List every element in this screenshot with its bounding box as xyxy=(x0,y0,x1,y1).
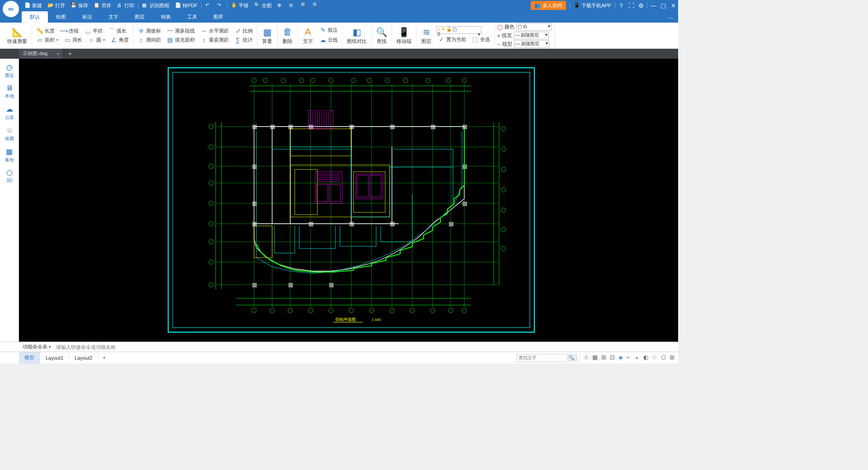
lineweight-selector[interactable]: — 跟随图层▾ xyxy=(514,32,549,39)
zoomwin-button[interactable]: 🔍 xyxy=(298,0,310,11)
saveas-button[interactable]: 📋另存 xyxy=(91,0,114,11)
zoomin-button[interactable]: ⊕ xyxy=(274,0,286,11)
osnap-toggle[interactable]: ◈ xyxy=(618,354,623,362)
svg-point-37 xyxy=(209,164,213,169)
sidebar-recent[interactable]: ◷最近 xyxy=(5,61,14,80)
fillarea-button[interactable]: ▨填充面积 xyxy=(165,36,196,45)
color-selector[interactable]: ▢ 白▾ xyxy=(516,23,552,31)
find-button[interactable]: 🔍查找 xyxy=(374,26,389,46)
settings-button[interactable]: ⚙ xyxy=(636,0,646,11)
cloud-button[interactable]: ☁云线 xyxy=(318,36,339,45)
search-button[interactable]: 🔍 xyxy=(566,354,576,362)
count-button[interactable]: ▦算量 xyxy=(260,26,274,46)
minimize-button[interactable]: — xyxy=(648,0,658,11)
mobile-app-button[interactable]: 📱下载手机APP xyxy=(571,0,614,11)
maximize-button[interactable]: ▢ xyxy=(658,0,668,11)
layout-tab-2[interactable]: Layout2 xyxy=(69,352,98,364)
doc-tab[interactable]: 示例图.dwg× xyxy=(19,49,63,59)
undo-button[interactable]: ↶ xyxy=(203,0,214,11)
tab-library[interactable]: 图库 xyxy=(205,11,231,23)
coord-icon: ✛ xyxy=(137,28,145,35)
area-button[interactable]: ▱面积▾ xyxy=(35,36,60,45)
multi-button[interactable]: 〰测多段线 xyxy=(165,27,196,36)
open-button[interactable]: 📂打开 xyxy=(45,0,68,11)
sidebar-cloud[interactable]: ☁云盘 xyxy=(5,103,14,122)
note-button[interactable]: ✎批注 xyxy=(318,26,339,35)
grid-toggle[interactable]: ▦ xyxy=(592,354,598,362)
tab-text[interactable]: 文字 xyxy=(100,11,127,23)
tab-layer[interactable]: 图层 xyxy=(127,11,153,23)
angle-button[interactable]: ∠角度 xyxy=(109,36,130,45)
print-button[interactable]: 🖨打印 xyxy=(114,0,137,11)
snap-toggle[interactable]: ⊹ xyxy=(584,354,589,362)
note-icon: ✎ xyxy=(319,27,326,34)
sidebar-backup[interactable]: ▦备份 xyxy=(5,146,14,164)
dist-button[interactable]: ↕测间距 xyxy=(136,36,162,45)
delete-button[interactable]: 🗑删除 xyxy=(280,26,295,46)
quick-measure-button[interactable]: 📐快速测量 xyxy=(5,26,29,46)
length-button[interactable]: 📏长度 xyxy=(35,27,56,36)
add-tab-button[interactable]: ＋ xyxy=(63,50,77,58)
linetype-selector[interactable]: — 跟随图层▾ xyxy=(514,40,549,48)
mobile-button[interactable]: 📱移动端 xyxy=(395,26,413,46)
lineweight-toggle[interactable]: ◐ xyxy=(643,354,648,362)
circle-button[interactable]: ○圆▾ xyxy=(86,36,106,45)
scale-button[interactable]: ⤢比例 xyxy=(233,27,254,36)
scale-icon: ⤢ xyxy=(234,28,241,35)
dynamic-toggle[interactable]: ＋ xyxy=(634,354,640,362)
polar-toggle[interactable]: ⊡ xyxy=(610,354,615,362)
text-button[interactable]: A文字 xyxy=(301,26,315,46)
help-button[interactable]: ? xyxy=(616,0,626,11)
pdf-button[interactable]: 📄转PDF xyxy=(172,0,200,11)
add-layout-button[interactable]: ＋ xyxy=(98,354,110,361)
stat-button[interactable]: ∑统计 xyxy=(233,36,254,45)
tab-tools[interactable]: 工具 xyxy=(179,11,205,23)
close-button[interactable]: ✕ xyxy=(668,0,678,11)
command-input[interactable] xyxy=(54,343,678,352)
setcurrent-button[interactable]: ✓置为当前 xyxy=(436,35,467,44)
ortho-toggle[interactable]: ⊞ xyxy=(601,354,606,362)
sidebar-3d[interactable]: ⬡3D xyxy=(6,167,13,184)
sidebar-local[interactable]: 🖥本地 xyxy=(5,83,14,101)
ocr-button[interactable]: ▦识别图框 xyxy=(139,0,172,11)
layer-button[interactable]: ≋图层 xyxy=(419,26,434,46)
new-button[interactable]: 📄新建 xyxy=(22,0,45,11)
tab-annotate[interactable]: 标注 xyxy=(74,11,100,23)
svg-rect-80 xyxy=(252,164,257,169)
transparency-toggle[interactable]: ☆ xyxy=(652,354,657,362)
radius-button[interactable]: ◡半径 xyxy=(83,27,104,36)
tab-draw[interactable]: 绘图 xyxy=(48,11,74,23)
pan-button[interactable]: ✋平移 xyxy=(228,0,251,11)
valign-button[interactable]: ↕垂直测距 xyxy=(199,36,230,45)
perimeter-button[interactable]: ▭周长 xyxy=(62,36,84,45)
svg-rect-83 xyxy=(462,202,467,206)
close-tab-button[interactable]: × xyxy=(57,51,59,56)
compare-button[interactable]: ◧图纸对比 xyxy=(345,26,368,46)
collapse-ribbon-button[interactable]: ︿ xyxy=(664,12,678,23)
redo-button[interactable]: ↷ xyxy=(214,0,226,11)
collab-button[interactable]: 👥多人协同 xyxy=(531,1,566,10)
fullscreen-button[interactable]: ⛶ xyxy=(626,0,636,11)
command-list-button[interactable]: 功能命令表▾ xyxy=(19,344,54,350)
arc-button[interactable]: ⌒弧长 xyxy=(107,27,128,36)
annotation-toggle[interactable]: ⊞ xyxy=(670,354,675,362)
tab-default[interactable]: 默认 xyxy=(22,11,48,23)
zoomobj-button[interactable]: 🔍 xyxy=(310,0,321,11)
zoomout-button[interactable]: ⊖ xyxy=(286,0,298,11)
continuous-button[interactable]: ⟶连续 xyxy=(59,27,80,36)
tab-convert[interactable]: 转换 xyxy=(153,11,179,23)
cloud-sidebar-icon: ☁ xyxy=(6,105,13,113)
layout-tab-model[interactable]: 模型 xyxy=(19,352,40,364)
zoomfull-button[interactable]: 🔍全图 xyxy=(251,0,274,11)
layout-tab-1[interactable]: Layout1 xyxy=(40,352,69,364)
coord-button[interactable]: ✛测坐标 xyxy=(136,27,162,36)
selectall-button[interactable]: ⬚全选 xyxy=(470,35,491,44)
save-button[interactable]: 💾保存 xyxy=(68,0,91,11)
sidebar-favorite[interactable]: ☆收藏 xyxy=(5,125,14,143)
cycling-toggle[interactable]: ⬡ xyxy=(661,354,666,362)
layer-selector[interactable]: ●☀🔓▢ 0 ▾ xyxy=(436,26,481,34)
halign-button[interactable]: ↔水平测距 xyxy=(199,27,230,36)
search-input[interactable] xyxy=(517,355,566,360)
drawing-canvas[interactable]: 弱电平面图 1:100 xyxy=(19,59,678,342)
otrack-toggle[interactable]: ⌐ xyxy=(627,354,630,362)
